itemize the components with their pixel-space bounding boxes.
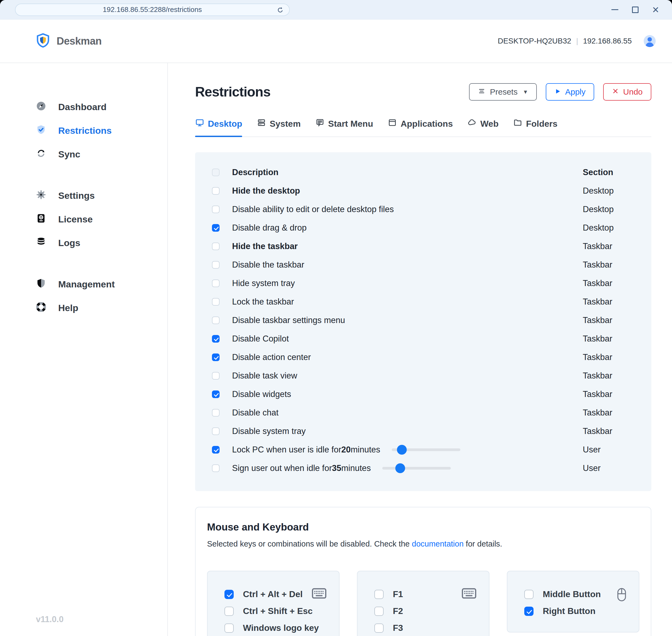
row-checkbox[interactable] [212,205,219,213]
presets-button[interactable]: Presets ▼ [469,83,537,101]
tab-applications[interactable]: Applications [388,118,453,137]
compass-icon [36,101,46,113]
row-section: User [583,445,630,455]
row-checkbox[interactable] [212,317,219,324]
row-section: Taskbar [583,260,630,270]
app-header: Deskman DESKTOP-HQ2UB32 | 192.168.86.55 [0,20,672,63]
row-checkbox[interactable] [212,242,219,250]
idle-slider[interactable] [392,449,460,451]
row-checkbox[interactable] [212,428,219,435]
sidebar-item-label: Management [58,279,115,290]
mouse-keyboard-title: Mouse and Keyboard [207,521,639,533]
key-label: Ctrl + Alt + Del [243,589,303,599]
key-group: Middle Button Right Button [507,571,639,633]
row-checkbox[interactable] [212,224,219,232]
select-all-checkbox[interactable] [212,168,219,176]
row-section: Taskbar [583,371,630,381]
presets-label: Presets [490,87,518,97]
key-checkbox[interactable] [375,590,384,599]
slider-thumb[interactable] [397,445,407,455]
row-checkbox[interactable] [212,409,219,417]
tab-bar: Desktop System Start Menu Applications W… [195,118,651,137]
key-label: Right Button [543,606,596,616]
mouse-keyboard-card: Mouse and Keyboard Selected keys or comb… [195,507,651,636]
table-row: Hide system tray Taskbar [212,274,630,293]
key-checkbox[interactable] [375,623,384,633]
monitor-icon [195,118,204,130]
description-text: for details. [464,539,502,548]
row-checkbox[interactable] [212,298,219,306]
row-checkbox[interactable] [212,335,219,343]
sidebar-item-management[interactable]: Management [0,273,167,296]
maximize-button[interactable] [632,6,638,13]
start-menu-icon [315,118,325,130]
key-checkbox[interactable] [225,590,234,599]
table-header-row: Description Section [212,163,630,182]
sidebar-item-sync[interactable]: Sync [0,142,167,166]
documentation-link[interactable]: documentation [412,539,464,548]
sidebar-item-help[interactable]: Help [0,296,167,320]
key-group-items: F1 F2 F3 F4 [375,589,476,636]
mouse-keyboard-description: Selected keys or combinations will be di… [207,539,639,549]
key-checkbox[interactable] [524,607,534,616]
tab-web[interactable]: Web [467,118,498,137]
version-label: v11.0.0 [36,615,64,624]
tab-desktop[interactable]: Desktop [195,118,242,137]
tab-label: Desktop [208,119,242,129]
key-label: Windows logo key [243,623,319,633]
row-section: Taskbar [583,352,630,362]
close-button[interactable]: × [652,4,659,16]
row-checkbox[interactable] [212,372,219,380]
tab-system[interactable]: System [257,118,301,137]
sidebar-item-restrictions[interactable]: Restrictions [0,119,167,142]
table-row: Disable ability to edit or delete deskto… [212,200,630,219]
row-label: Disable system tray [232,426,306,436]
table-row: Disable chat Taskbar [212,403,630,422]
keyboard-icon [312,588,326,601]
tab-start-menu[interactable]: Start Menu [315,118,373,137]
row-section: Taskbar [583,408,630,418]
key-checkbox[interactable] [375,607,384,616]
undo-button[interactable]: Undo [603,83,651,101]
sidebar-item-license[interactable]: License [0,207,167,231]
apply-button[interactable]: Apply [546,83,594,101]
minimize-button[interactable] [611,9,618,10]
main-content: Restrictions Presets ▼ Apply Undo [168,63,672,636]
row-section: Desktop [583,204,630,214]
row-checkbox[interactable] [212,464,219,472]
table-row: Lock PC when user is idle for 20 minutes… [212,440,630,459]
row-section: Taskbar [583,241,630,251]
row-checkbox[interactable] [212,391,219,398]
sidebar-item-dashboard[interactable]: Dashboard [0,95,167,119]
row-label: Sign user out when idle for 35 minutes [232,463,371,473]
row-label: Disable drag & drop [232,223,307,233]
key-checkbox[interactable] [524,590,534,599]
list-lines-icon [478,87,486,97]
key-group: Ctrl + Alt + Del Ctrl + Shift + Esc Wind… [207,571,340,636]
url-bar[interactable]: 192.168.86.55:2288/restrictions [15,3,290,16]
idle-slider[interactable] [382,467,451,470]
key-group-items: Middle Button Right Button [524,589,626,616]
row-checkbox[interactable] [212,261,219,269]
tab-label: System [270,119,301,129]
ip-address: 192.168.86.55 [583,37,632,45]
row-checkbox[interactable] [212,446,219,454]
key-checkbox[interactable] [225,623,234,633]
cloud-icon [467,118,477,130]
sidebar-item-logs[interactable]: Logs [0,231,167,255]
sidebar-item-settings[interactable]: Settings [0,184,167,207]
row-section: Taskbar [583,390,630,399]
tab-folders[interactable]: Folders [513,118,557,137]
reload-icon[interactable] [276,6,284,16]
row-checkbox[interactable] [212,187,219,195]
tab-label: Applications [401,119,453,129]
key-label: F2 [393,606,403,616]
table-row: Disable widgets Taskbar [212,385,630,403]
row-checkbox[interactable] [212,280,219,287]
row-section: Taskbar [583,315,630,325]
slider-thumb[interactable] [395,463,405,473]
page-title: Restrictions [195,84,270,100]
row-checkbox[interactable] [212,354,219,361]
key-checkbox[interactable] [225,607,234,616]
user-avatar-icon[interactable] [644,35,656,47]
